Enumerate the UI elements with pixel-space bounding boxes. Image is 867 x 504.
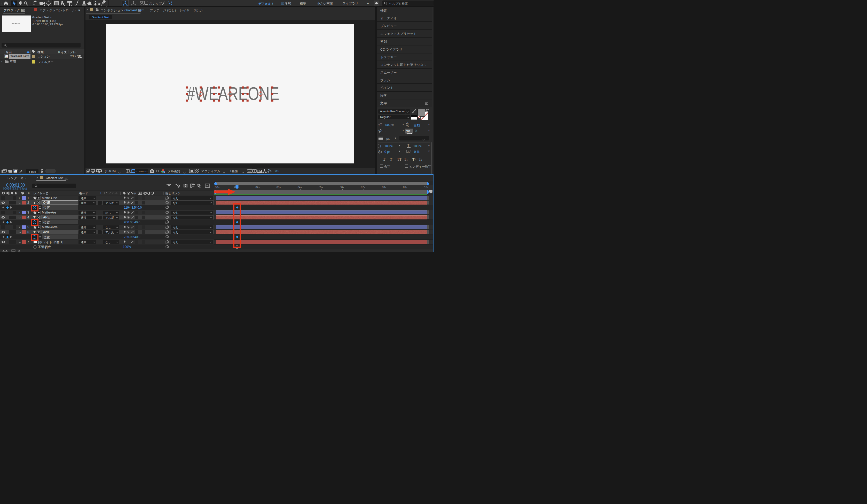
- svg-text:T: T: [380, 122, 382, 127]
- svg-text:a: a: [381, 151, 382, 153]
- svg-text:A: A: [380, 129, 382, 133]
- svg-text:T: T: [379, 144, 382, 148]
- svg-text:fx: fx: [134, 192, 137, 195]
- svg-text:T: T: [407, 144, 409, 148]
- svg-text:あ: あ: [407, 150, 410, 153]
- svg-text:A: A: [407, 125, 409, 127]
